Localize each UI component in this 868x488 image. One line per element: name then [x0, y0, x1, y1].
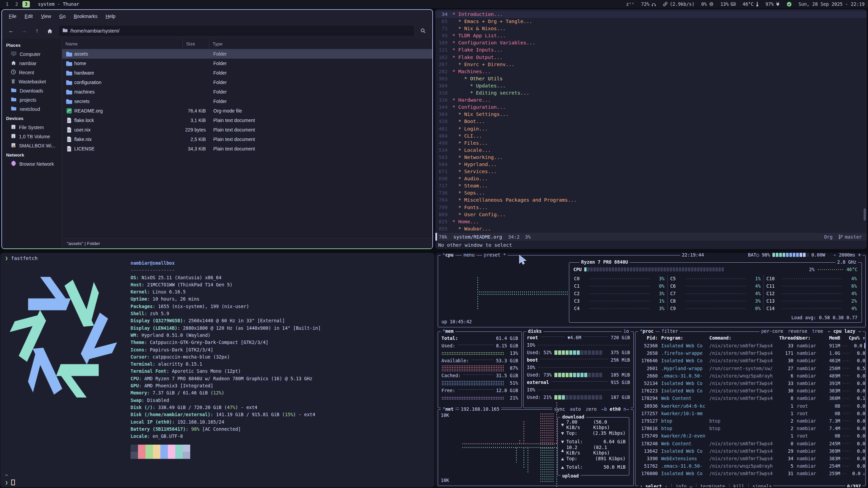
mem-box-title[interactable]: ²mem	[441, 328, 455, 334]
major-mode[interactable]: Org	[824, 234, 832, 240]
interval-minus[interactable]: -	[833, 253, 836, 258]
proc-option-reverse[interactable]: reverse	[788, 328, 807, 334]
process-row[interactable]: 178294Web Content/nix/store/sm8fmrf3wps4…	[635, 394, 865, 402]
org-heading-line[interactable]: 162* Flake Output...	[435, 54, 867, 61]
org-heading-line[interactable]: 809 * User Config...	[435, 211, 867, 218]
menu-help[interactable]: Help	[102, 12, 119, 20]
org-heading-line[interactable]: 121* Flake Inputs...	[435, 46, 867, 54]
process-row[interactable]: 178248Web Content/nix/store/sm8fmrf3wps4…	[635, 440, 865, 447]
proc-key-1[interactable]: info ↵	[675, 484, 692, 487]
org-heading-line[interactable]: 344* Configuration...	[435, 104, 867, 111]
org-heading-line[interactable]: 799 * Fonts...	[435, 204, 867, 211]
menu-bookmarks[interactable]: Bookmarks	[71, 12, 101, 20]
shell-prompt[interactable]: ~ ❯	[5, 471, 15, 486]
org-heading-line[interactable]: 499 * Files...	[435, 140, 867, 147]
process-row[interactable]: 13642Isolated Web Co/nix/store/sm8fmrf3w…	[635, 447, 865, 455]
net-interface-switcher[interactable]: ←b eth0 n→	[601, 406, 629, 412]
file-row-home[interactable]: homeFolder	[62, 59, 432, 68]
org-heading-line[interactable]: 717 * Steam...	[435, 182, 867, 189]
proc-key-2[interactable]: terminate	[700, 484, 725, 487]
up-button[interactable]: ↑	[31, 26, 43, 36]
proc-box-title[interactable]: ⁴proc	[638, 328, 655, 334]
sidebar-item-wastebasket[interactable]: Wastebasket	[2, 77, 62, 86]
file-row-machines[interactable]: machinesFolder	[62, 87, 432, 97]
column-header-size[interactable]: Size	[183, 39, 209, 49]
org-heading-line[interactable]: 282* Machines...	[435, 68, 867, 75]
org-heading-line[interactable]: 310 * Editing secrets...	[435, 89, 867, 97]
menu-go[interactable]: Go	[56, 12, 69, 20]
path-bar[interactable]: /home/nambiar/system/	[59, 26, 414, 36]
sidebar-item-projects[interactable]: projects	[2, 95, 62, 104]
sidebar-item-recent[interactable]: Recent	[2, 68, 62, 77]
org-heading-line[interactable]: 267 * Envrc + Direnv...	[435, 61, 867, 68]
workspace-1[interactable]: 1	[3, 1, 11, 7]
org-heading-line[interactable]: 563 * Networking...	[435, 154, 867, 161]
net-box-title[interactable]: ³net	[441, 406, 455, 412]
process-row[interactable]: 2660.emacs-31.0.50-/nix/store/wnqz5pa8ra…	[635, 372, 865, 380]
proc-sort-switcher[interactable]: ← cpu lazy →	[828, 328, 861, 334]
process-row[interactable]: 2658.firefox-wrappe/nix/store/sm8fmrf3wp…	[635, 349, 865, 357]
sidebar-item-browse-network[interactable]: Browse Network	[2, 159, 62, 168]
home-button[interactable]	[44, 26, 56, 36]
org-heading-line[interactable]: 93* TLDR App List...	[435, 32, 867, 39]
proc-scrollbar-thumb[interactable]	[864, 343, 865, 348]
filter-button[interactable]: filter	[660, 328, 680, 334]
org-buffer[interactable]: 34* Introduction...65 * Emacs + Org + Ta…	[435, 9, 867, 233]
file-row-hardware[interactable]: hardwareFolder	[62, 68, 432, 78]
org-heading-line[interactable]: 461 * Login...	[435, 125, 867, 133]
menu-edit[interactable]: Edit	[21, 12, 36, 20]
proc-key-0[interactable]: ↑ select ↓	[640, 484, 667, 487]
file-row-user.nix[interactable]: user.nix229 bytesPlain text document	[62, 125, 432, 135]
org-heading-line[interactable]: 736 * Sops...	[435, 189, 867, 197]
file-row-secrets[interactable]: secretsFolder	[62, 97, 432, 106]
org-heading-line[interactable]: 65 * Emacs + Org + Tangle...	[435, 18, 867, 25]
menu-file[interactable]: File	[5, 12, 20, 20]
file-row-flake.nix[interactable]: flake.nix2,5 KiBPlain text document	[62, 135, 432, 144]
net-option-zero[interactable]: zero	[586, 406, 597, 412]
process-row[interactable]: 178616btopbtop2nambiar7.4M0.0	[635, 425, 865, 432]
file-row-configuration[interactable]: configurationFolder	[62, 78, 432, 87]
menu-view[interactable]: View	[38, 12, 55, 20]
process-row[interactable]: 52368Isolated Web Co/nix/store/sm8fmrf3w…	[635, 342, 865, 349]
forward-button[interactable]: →	[18, 26, 30, 36]
file-row-flake.lock[interactable]: flake.lock3,1 KiBPlain text document	[62, 116, 432, 125]
search-button[interactable]	[417, 26, 429, 36]
sidebar-item-smallbox-wi-[interactable]: SMALLBOX Wi...	[2, 141, 62, 150]
org-heading-line[interactable]: 584 * Hyprland...	[435, 161, 867, 168]
file-row-readme.org[interactable]: README.org76,4 KiBOrg-mode file	[62, 106, 432, 116]
cpu-box-title[interactable]: ¹cpu	[441, 253, 455, 258]
file-row-license[interactable]: LICENSE34,3 KiBPlain text document	[62, 144, 432, 154]
terminal-window[interactable]: ❯ fastfetch nambiar@smallbox------------…	[0, 253, 434, 487]
org-heading-line[interactable]: 484 * CLI...	[435, 133, 867, 140]
proc-option-tree[interactable]: tree	[812, 328, 823, 334]
preset-button[interactable]: preset *	[482, 253, 508, 258]
process-row[interactable]: 176000Isolated Web Co/nix/store/sm8fmrf3…	[635, 470, 865, 477]
sidebar-item-computer[interactable]: Computer	[2, 49, 62, 59]
org-heading-line[interactable]: 534 * Locale...	[435, 147, 867, 154]
process-row[interactable]: 52134Isolated Web Co/nix/store/sm8fmrf3w…	[635, 380, 865, 387]
process-row[interactable]: 179127btopbtop2nambiar7.3M0.0	[635, 417, 865, 425]
org-heading-line[interactable]: 855 * Waubar...	[435, 225, 867, 232]
net-option-auto[interactable]: auto	[570, 406, 581, 412]
disks-io-toggle[interactable]: io	[622, 328, 631, 334]
process-row[interactable]: 51762.emacs-31.0.50-/nix/store/wnqz5pa8r…	[635, 462, 865, 470]
file-row-assets[interactable]: assetsFolder	[62, 49, 432, 59]
proc-key-3[interactable]: kill	[733, 484, 745, 487]
sidebar-item-downloads[interactable]: Downloads	[2, 86, 62, 95]
process-row[interactable]: 3390WebExtensions/nix/store/sm8fmrf3wps4…	[635, 455, 865, 462]
org-heading-line[interactable]: 698 * Audio...	[435, 175, 867, 182]
org-heading-line[interactable]: 825* Home...	[435, 218, 867, 225]
menu-button[interactable]: menu	[462, 253, 476, 258]
sidebar-item-nextcloud[interactable]: nextcloud	[2, 104, 62, 114]
back-button[interactable]: ←	[5, 26, 17, 36]
column-header-type[interactable]: Type	[209, 39, 432, 49]
column-header-name[interactable]: Name	[62, 39, 183, 49]
disks-box-title[interactable]: disks	[526, 328, 544, 334]
workspace-3[interactable]: 3	[22, 1, 30, 7]
sidebar-item-file-system[interactable]: File System	[2, 123, 62, 132]
process-row[interactable]: 175749kworker/6:2-even1root0B0.0	[635, 432, 865, 440]
emacs-scrollbar[interactable]	[864, 208, 866, 221]
org-heading-line[interactable]: 109* Configuration Variables...	[435, 39, 867, 46]
org-heading-line[interactable]: 34* Introduction...	[435, 11, 867, 18]
process-row[interactable]: 176646Isolated Web Co/nix/store/sm8fmrf3…	[635, 357, 865, 364]
